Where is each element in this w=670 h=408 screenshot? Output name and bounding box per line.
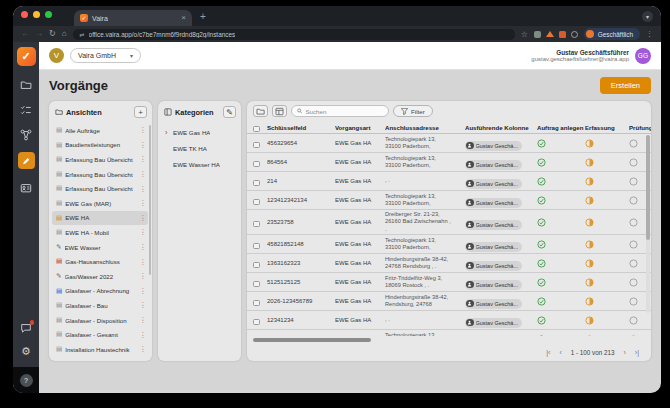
forward-icon[interactable]: → bbox=[35, 30, 43, 38]
instances-edit-icon-active[interactable] bbox=[18, 152, 35, 169]
tasks-icon[interactable] bbox=[20, 104, 32, 116]
kolonne-chip[interactable]: Gustav Geschä... bbox=[465, 280, 522, 290]
table-row[interactable]: 123412342134 EWE Gas HA Technologiepark … bbox=[247, 191, 651, 210]
edit-categories-button[interactable]: ✎ bbox=[223, 106, 236, 118]
ansichten-item[interactable]: ▤ Installation Haustechnik ⋮ bbox=[52, 342, 148, 357]
item-menu-icon[interactable]: ⋮ bbox=[140, 287, 146, 295]
row-checkbox[interactable] bbox=[253, 221, 260, 228]
search-input[interactable] bbox=[291, 105, 389, 117]
tab-search-chevron-icon[interactable]: ▾ bbox=[642, 11, 653, 22]
vertical-scrollbar[interactable] bbox=[646, 135, 650, 313]
item-menu-icon[interactable]: ⋮ bbox=[140, 141, 146, 149]
select-all-checkbox[interactable] bbox=[253, 126, 260, 133]
ansichten-item[interactable]: ▤ Erfassung Bau Übersicht ⋮ bbox=[52, 152, 148, 167]
item-menu-icon[interactable]: ⋮ bbox=[140, 316, 146, 324]
vaira-logo-icon[interactable]: ✓ bbox=[17, 47, 36, 66]
ansichten-item[interactable]: ✎ Gas/Wasser 2022 ⋮ bbox=[52, 269, 148, 284]
bookmark-star-icon[interactable]: ☆ bbox=[521, 30, 528, 39]
folder-view-button[interactable] bbox=[253, 105, 268, 117]
item-menu-icon[interactable]: ⋮ bbox=[140, 170, 146, 178]
prev-page-icon[interactable]: ‹ bbox=[559, 349, 561, 356]
table-row[interactable]: 1363162323 EWE Gas HA Hindenburgstraße 3… bbox=[247, 254, 651, 273]
first-page-icon[interactable]: |‹ bbox=[546, 349, 550, 356]
row-checkbox[interactable] bbox=[253, 142, 260, 149]
table-row[interactable]: 12341234 EWE Gas HA , . Gustav Geschä... bbox=[247, 311, 651, 330]
horizontal-scrollbar[interactable] bbox=[253, 337, 645, 343]
address-bar[interactable]: ⇄ office.vaira.app/o/c7be7mnm6f9rdnd8g2g… bbox=[73, 29, 515, 40]
row-checkbox[interactable] bbox=[253, 262, 260, 269]
list-scrollbar-thumb[interactable] bbox=[149, 125, 152, 275]
ansichten-item[interactable]: ▤ Gas-Hausanschluss ⋮ bbox=[52, 254, 148, 269]
minimize-window-button[interactable] bbox=[33, 11, 40, 18]
row-checkbox[interactable] bbox=[253, 199, 260, 206]
org-selector[interactable]: Vaira GmbH ▾ bbox=[70, 48, 141, 63]
extension-icon[interactable] bbox=[546, 31, 554, 37]
item-menu-icon[interactable]: ⋮ bbox=[140, 272, 146, 280]
kolonne-chip[interactable]: Gustav Geschä... bbox=[465, 242, 522, 252]
column-header[interactable]: Ausführende Kolonne bbox=[465, 124, 537, 131]
kolonne-chip[interactable]: Gustav Geschä... bbox=[465, 318, 522, 328]
item-menu-icon[interactable]: ⋮ bbox=[140, 360, 146, 361]
close-window-button[interactable] bbox=[21, 11, 28, 18]
kolonne-chip[interactable]: Gustav Geschä... bbox=[465, 220, 522, 230]
item-menu-icon[interactable]: ⋮ bbox=[140, 243, 146, 251]
create-button[interactable]: Erstellen bbox=[600, 77, 651, 94]
reload-icon[interactable]: ↻ bbox=[49, 30, 56, 38]
browser-profile-button[interactable]: Geschäftlich bbox=[584, 28, 640, 40]
ansichten-item[interactable]: ▤ Erfassung Bau Übersicht ⋮ bbox=[52, 167, 148, 182]
ansichten-item[interactable]: ▤ Glasfaser - Disposition ⋮ bbox=[52, 313, 148, 328]
column-header[interactable]: Auftrag anlegen bbox=[537, 124, 585, 131]
ansichten-item[interactable]: ▤ Glasfaser - Abrechnung ⋮ bbox=[52, 284, 148, 299]
column-header[interactable]: Vorgangsart bbox=[335, 124, 385, 131]
column-header[interactable]: Schlüsselfeld bbox=[267, 124, 335, 131]
help-button[interactable]: ? bbox=[13, 367, 39, 393]
kolonne-chip[interactable]: Gustav Geschä... bbox=[465, 179, 522, 189]
scrollbar-thumb[interactable] bbox=[646, 135, 650, 240]
extension-icon[interactable] bbox=[534, 31, 541, 38]
table-row[interactable]: 214 EWE Gas HA , . Gustav Geschä... bbox=[247, 172, 651, 191]
contacts-icon[interactable] bbox=[20, 182, 32, 194]
kategorien-item[interactable]: EWE Wasser HA bbox=[162, 156, 237, 172]
ansichten-item[interactable]: ▤ Baudienstleistungen ⋮ bbox=[52, 138, 148, 153]
table-row[interactable]: 2026-123456789 EWE Gas HA Hindenburgstra… bbox=[247, 292, 651, 311]
table-row[interactable]: 23523758 EWE Gas HA Dreiberger Str. 21-2… bbox=[247, 210, 651, 235]
kolonne-chip[interactable]: Gustav Geschä... bbox=[465, 261, 522, 271]
projects-folder-icon[interactable] bbox=[20, 79, 32, 91]
item-menu-icon[interactable]: ⋮ bbox=[140, 185, 146, 193]
ansichten-item[interactable]: ▤ Alle Aufträge ⋮ bbox=[52, 123, 148, 138]
add-view-button[interactable]: + bbox=[134, 106, 147, 118]
extension-icon[interactable] bbox=[559, 31, 566, 38]
row-checkbox[interactable] bbox=[253, 161, 260, 168]
user-avatar[interactable]: GG bbox=[635, 48, 651, 64]
ansichten-item[interactable]: ▤ EWE HA ⋮ bbox=[52, 211, 148, 226]
extensions-puzzle-icon[interactable] bbox=[571, 31, 578, 38]
item-menu-icon[interactable]: ⋮ bbox=[140, 228, 146, 236]
tab-close-icon[interactable]: × bbox=[181, 14, 186, 22]
filter-button[interactable]: Filter bbox=[393, 105, 433, 117]
item-menu-icon[interactable]: ⋮ bbox=[140, 199, 146, 207]
scrollbar-thumb[interactable] bbox=[253, 338, 371, 342]
row-checkbox[interactable] bbox=[253, 319, 260, 326]
table-row[interactable]: 178634T8236784 EWE Gas HA Technologiepar… bbox=[247, 330, 651, 336]
item-menu-icon[interactable]: ⋮ bbox=[140, 214, 146, 222]
kolonne-chip[interactable]: Gustav Geschä... bbox=[465, 299, 522, 309]
table-view-button[interactable] bbox=[272, 105, 287, 117]
workflow-icon[interactable] bbox=[20, 129, 32, 141]
kolonne-chip[interactable]: Gustav Geschä... bbox=[465, 198, 522, 208]
next-page-icon[interactable]: › bbox=[624, 349, 626, 356]
column-header[interactable]: Prüfung bbox=[629, 124, 651, 131]
ansichten-item[interactable]: ▤ EWE Gas (MAR) ⋮ bbox=[52, 196, 148, 211]
search-field[interactable] bbox=[305, 108, 383, 115]
kategorien-item[interactable]: EWE TK HA bbox=[162, 140, 237, 156]
ansichten-item[interactable]: ✎ EWE Wasser ⋮ bbox=[52, 240, 148, 255]
item-menu-icon[interactable]: ⋮ bbox=[140, 301, 146, 309]
item-menu-icon[interactable]: ⋮ bbox=[140, 345, 146, 353]
table-row[interactable]: 864564 EWE Gas HA Technologiepark 13,331… bbox=[247, 153, 651, 172]
row-checkbox[interactable] bbox=[253, 281, 260, 288]
kolonne-chip[interactable]: Gustav Geschä... bbox=[465, 160, 522, 170]
ansichten-item[interactable]: ▤ EWE HA - Mobil ⋮ bbox=[52, 225, 148, 240]
row-checkbox[interactable] bbox=[253, 300, 260, 307]
column-header[interactable]: Erfassung bbox=[585, 124, 629, 131]
table-row[interactable]: 45821852148 EWE Gas HA Technologiepark 1… bbox=[247, 235, 651, 254]
row-checkbox[interactable] bbox=[253, 180, 260, 187]
